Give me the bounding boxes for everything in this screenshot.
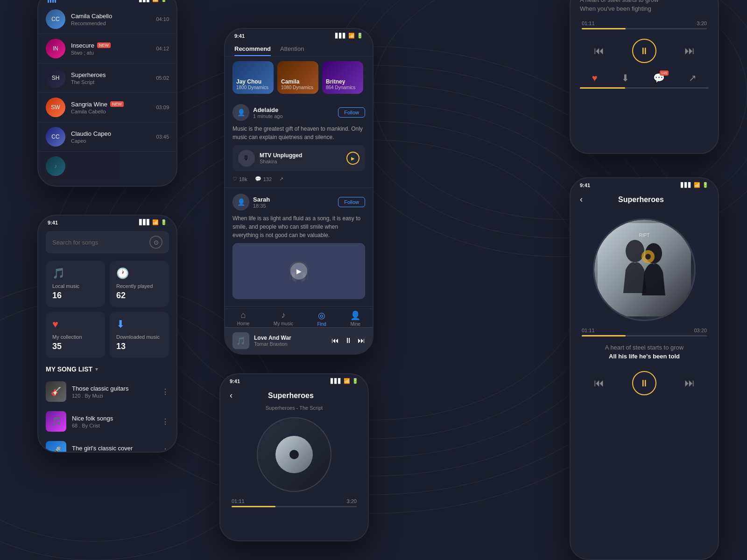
back-btn-4[interactable]: ‹ [230,391,233,400]
playlist-item-2[interactable]: 🎵 Nice folk songs 68 . By Crist ⋮ [38,406,176,436]
song-item-claudio[interactable]: CC Claudio Capeo Capeo 03:45 [38,122,176,152]
progress-fill-5 [582,28,626,29]
song-info-1: Camila Cabello Recommended [71,13,150,26]
play-overlay[interactable]: ▶ [290,263,307,280]
lyrics-area-5: A heart of steel starts to grow When you… [571,0,718,19]
search-placeholder: Search for songs [52,239,98,246]
prev-btn-5[interactable]: ⏮ [594,45,604,57]
lyric-line-2-5: When you've been fighting [580,5,709,12]
player-controls-6: ⏮ ⏸ ⏭ [571,365,718,401]
search-bar[interactable]: Search for songs ⊙ [46,231,169,253]
play-pause-mini[interactable]: ⏸ [345,336,352,345]
avatar-sarah: 👤 [233,194,249,210]
player-actions-5: ♥ ⬇ 💬 145 ↗ [571,69,718,87]
next-btn-mini[interactable]: ⏭ [358,336,365,345]
progress-bar-4[interactable] [220,506,368,507]
status-time-1 [48,0,56,3]
share-action-1[interactable]: ↗ [279,176,283,182]
song-title-3: Superheroes [71,71,150,78]
progress-track-6 [582,335,707,336]
play-btn-mtv[interactable]: ▶ [346,152,359,165]
rec-card-jaychou[interactable]: Jay Chou 1800 Dynamics [233,61,274,94]
rec-card-britney[interactable]: Britney 864 Dynamics [322,61,363,94]
playlist-info-2: Nice folk songs 68 . By Crist [72,415,156,428]
section-dropdown-icon[interactable]: ▾ [95,366,98,372]
collection-card[interactable]: ♥ My collection 35 [46,312,105,358]
music-icon: ♪ [281,310,285,320]
song-item-superheroes[interactable]: SH Superheroes The Script 05:02 [38,63,176,93]
downloaded-card[interactable]: ⬇ Downloaded music 13 [110,312,169,358]
song-thumb-4: SW [46,98,65,117]
status-bar-2: 9:41 ▋▋▋📶🔋 [38,216,176,227]
play-pause-btn-6[interactable]: ⏸ [632,371,656,395]
song-info-4: Sangria Wine NEW Camila Cabello [71,101,150,114]
status-time-2: 9:41 [48,220,58,225]
progress-bar-6[interactable] [571,335,718,336]
more-options-2[interactable]: ⋮ [162,417,169,426]
song-item-sangria[interactable]: SW Sangria Wine NEW Camila Cabello 03:09 [38,93,176,122]
back-btn-6[interactable]: ‹ [580,195,583,204]
progress-bar-5[interactable] [571,28,718,29]
comment-btn-5[interactable]: 💬 145 [653,72,665,84]
play-pause-btn-5[interactable]: ⏸ [632,39,656,63]
vinyl-hole-4 [289,450,299,459]
next-btn-5[interactable]: ⏭ [684,45,695,57]
mini-player: 🎵 Love And War Tomar Braxton ⏮ ⏸ ⏭ [225,327,373,354]
rec-card-count-1: 1800 Dynamics [236,85,270,90]
downloaded-label: Downloaded music [116,334,162,340]
tab-attention[interactable]: Attention [280,41,304,56]
more-options-3[interactable]: ⋮ [162,447,169,453]
like-btn-5[interactable]: ♥ [592,73,598,84]
recently-played-card[interactable]: 🕐 Recently played 62 [110,261,169,307]
time-total-4: 3:20 [347,498,357,504]
playlist-item-1[interactable]: 🎸 Those classic guitars 120 . By Muzi ⋮ [38,377,176,406]
song-item-insecure[interactable]: IN Insecure NEW Stwo ; atu 04:12 [38,34,176,63]
user-name-wrap-1: Adelaide 1 minute ago [253,106,283,119]
search-icon[interactable]: ⊙ [149,236,162,249]
lyrics-area-6: A heart of steel starts to grow All his … [571,340,718,365]
nav-home-label: Home [237,321,250,326]
download-btn-5[interactable]: ⬇ [621,72,629,84]
rec-card-camila[interactable]: Camila 1080 Dynamics [277,61,318,94]
playlist-title-2: Nice folk songs [72,415,156,422]
post-adelaide: 👤 Adelaide 1 minute ago Follow Music is … [225,98,373,188]
nav-mymusic[interactable]: ♪ My music [274,310,293,327]
status-icons-2: ▋▋▋📶🔋 [139,219,167,225]
library-grid: 🎵 Local music 16 🕐 Recently played 62 ♥ … [38,257,176,362]
downloaded-icon: ⬇ [116,318,162,330]
post-actions-1: ♡ 18k 💬 132 ↗ [233,176,365,182]
playlist-item-3[interactable]: 🎤 The girl's classic cover 45 . By Sam ⋮ [38,436,176,453]
local-music-card[interactable]: 🎵 Local music 16 [46,261,105,307]
prev-btn-mini[interactable]: ⏮ [331,336,339,345]
local-music-label: Local music [52,283,99,289]
comment-action-1[interactable]: 💬 132 [255,176,272,182]
playlist-meta-3: 45 . By Sam [72,453,156,453]
vinyl-area-4 [220,413,368,497]
follow-btn-2[interactable]: Follow [338,197,365,207]
more-options-1[interactable]: ⋮ [162,387,169,396]
song-list: CC Camila Cabello Recommended 04:10 IN I… [38,5,176,181]
post-text-2: When life is as light and fluid as a son… [233,214,365,239]
song-artist-3: The Script [71,79,150,85]
tab-recommend[interactable]: Recommend [234,41,271,56]
nav-mine[interactable]: 👤 Mine [350,310,360,327]
song-item-camila[interactable]: CC Camila Cabello Recommended 04:10 [38,5,176,34]
next-btn-6[interactable]: ⏭ [684,377,695,389]
badge-new-2: NEW [110,101,124,107]
song-item-6[interactable]: ♪ [38,152,176,181]
song-artist-2: Stwo ; atu [71,50,150,56]
svg-point-15 [645,254,651,259]
time-total-6: 03:20 [694,328,707,333]
share-btn-5[interactable]: ↗ [689,72,697,84]
music-card-inline[interactable]: 🎙 MTV Unplugged Shakira ▶ [233,145,365,171]
follow-btn-1[interactable]: Follow [338,107,365,118]
collection-count: 35 [52,342,99,351]
prev-btn-6[interactable]: ⏮ [594,377,604,389]
nav-home[interactable]: ⌂ Home [237,310,250,327]
user-name-wrap-2: Sarah 18:35 [253,196,270,209]
nav-find[interactable]: ◎ Find [317,310,326,327]
phone-player-top-right: A heart of steel starts to grow When you… [570,0,719,154]
song-info-5: Claudio Capeo Capeo [71,130,150,144]
like-action-1[interactable]: ♡ 18k [233,176,247,182]
song-title-4: Sangria Wine NEW [71,101,150,108]
